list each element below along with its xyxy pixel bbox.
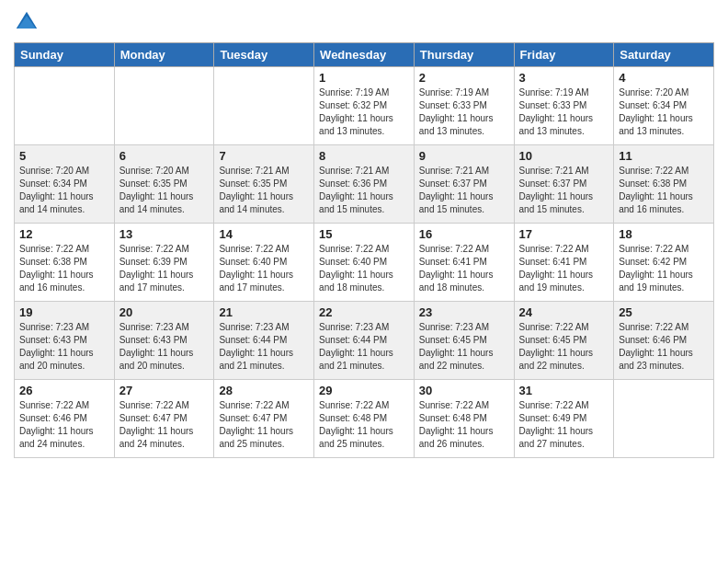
day-info: Sunrise: 7:22 AM Sunset: 6:48 PM Dayligh…: [319, 399, 409, 451]
day-number: 8: [319, 149, 409, 163]
day-header-friday: Friday: [514, 43, 614, 67]
calendar: SundayMondayTuesdayWednesdayThursdayFrid…: [14, 42, 714, 458]
day-info: Sunrise: 7:22 AM Sunset: 6:41 PM Dayligh…: [419, 243, 509, 294]
day-info: Sunrise: 7:23 AM Sunset: 6:43 PM Dayligh…: [19, 321, 109, 373]
day-header-saturday: Saturday: [614, 43, 714, 67]
day-info: Sunrise: 7:23 AM Sunset: 6:45 PM Dayligh…: [419, 321, 509, 373]
day-info: Sunrise: 7:22 AM Sunset: 6:47 PM Dayligh…: [219, 399, 309, 451]
calendar-cell: 13Sunrise: 7:22 AM Sunset: 6:39 PM Dayli…: [114, 224, 214, 302]
day-number: 25: [619, 305, 709, 319]
day-number: 18: [619, 227, 709, 241]
calendar-header-row: SundayMondayTuesdayWednesdayThursdayFrid…: [15, 43, 714, 67]
page: SundayMondayTuesdayWednesdayThursdayFrid…: [0, 0, 728, 563]
day-info: Sunrise: 7:22 AM Sunset: 6:46 PM Dayligh…: [619, 321, 709, 373]
logo-icon: [14, 9, 40, 35]
day-info: Sunrise: 7:22 AM Sunset: 6:39 PM Dayligh…: [119, 243, 210, 294]
day-info: Sunrise: 7:22 AM Sunset: 6:38 PM Dayligh…: [19, 243, 109, 294]
day-number: 19: [19, 305, 109, 319]
calendar-cell: 25Sunrise: 7:22 AM Sunset: 6:46 PM Dayli…: [614, 302, 714, 380]
day-info: Sunrise: 7:23 AM Sunset: 6:44 PM Dayligh…: [319, 321, 409, 373]
day-header-monday: Monday: [114, 43, 214, 67]
day-info: Sunrise: 7:22 AM Sunset: 6:41 PM Dayligh…: [519, 243, 609, 294]
day-info: Sunrise: 7:21 AM Sunset: 6:37 PM Dayligh…: [519, 165, 609, 216]
day-number: 10: [519, 149, 609, 163]
calendar-cell: 10Sunrise: 7:21 AM Sunset: 6:37 PM Dayli…: [514, 145, 614, 224]
calendar-cell: 30Sunrise: 7:22 AM Sunset: 6:48 PM Dayli…: [414, 380, 514, 458]
calendar-week-0: 1Sunrise: 7:19 AM Sunset: 6:32 PM Daylig…: [15, 67, 714, 145]
day-info: Sunrise: 7:22 AM Sunset: 6:38 PM Dayligh…: [619, 165, 709, 216]
day-header-tuesday: Tuesday: [214, 43, 314, 67]
calendar-week-1: 5Sunrise: 7:20 AM Sunset: 6:34 PM Daylig…: [15, 145, 714, 224]
calendar-cell: 31Sunrise: 7:22 AM Sunset: 6:49 PM Dayli…: [514, 380, 614, 458]
calendar-cell: 21Sunrise: 7:23 AM Sunset: 6:44 PM Dayli…: [214, 302, 314, 380]
calendar-cell: 28Sunrise: 7:22 AM Sunset: 6:47 PM Dayli…: [214, 380, 314, 458]
calendar-cell: 7Sunrise: 7:21 AM Sunset: 6:35 PM Daylig…: [214, 145, 314, 224]
day-number: 21: [219, 305, 309, 319]
calendar-cell: [214, 67, 314, 145]
calendar-cell: [614, 380, 714, 458]
day-info: Sunrise: 7:21 AM Sunset: 6:37 PM Dayligh…: [419, 165, 509, 216]
day-info: Sunrise: 7:22 AM Sunset: 6:40 PM Dayligh…: [219, 243, 309, 294]
day-number: 4: [619, 71, 709, 85]
day-number: 3: [519, 71, 609, 85]
calendar-cell: 22Sunrise: 7:23 AM Sunset: 6:44 PM Dayli…: [314, 302, 415, 380]
day-number: 20: [119, 305, 210, 319]
day-info: Sunrise: 7:22 AM Sunset: 6:46 PM Dayligh…: [19, 399, 109, 451]
calendar-week-4: 26Sunrise: 7:22 AM Sunset: 6:46 PM Dayli…: [15, 380, 714, 458]
calendar-cell: 12Sunrise: 7:22 AM Sunset: 6:38 PM Dayli…: [15, 224, 115, 302]
day-number: 2: [419, 71, 509, 85]
calendar-cell: 1Sunrise: 7:19 AM Sunset: 6:32 PM Daylig…: [314, 67, 415, 145]
day-info: Sunrise: 7:21 AM Sunset: 6:36 PM Dayligh…: [319, 165, 409, 216]
calendar-cell: 16Sunrise: 7:22 AM Sunset: 6:41 PM Dayli…: [414, 224, 514, 302]
day-info: Sunrise: 7:19 AM Sunset: 6:32 PM Dayligh…: [319, 86, 409, 138]
day-info: Sunrise: 7:21 AM Sunset: 6:35 PM Dayligh…: [219, 165, 309, 216]
day-info: Sunrise: 7:22 AM Sunset: 6:48 PM Dayligh…: [419, 399, 509, 451]
calendar-cell: 8Sunrise: 7:21 AM Sunset: 6:36 PM Daylig…: [314, 145, 415, 224]
day-number: 12: [19, 227, 109, 241]
day-header-thursday: Thursday: [414, 43, 514, 67]
calendar-cell: 19Sunrise: 7:23 AM Sunset: 6:43 PM Dayli…: [15, 302, 115, 380]
calendar-cell: 5Sunrise: 7:20 AM Sunset: 6:34 PM Daylig…: [15, 145, 115, 224]
day-info: Sunrise: 7:23 AM Sunset: 6:44 PM Dayligh…: [219, 321, 309, 373]
day-info: Sunrise: 7:22 AM Sunset: 6:40 PM Dayligh…: [319, 243, 409, 294]
day-info: Sunrise: 7:19 AM Sunset: 6:33 PM Dayligh…: [519, 86, 609, 138]
calendar-cell: [114, 67, 214, 145]
day-number: 6: [119, 149, 210, 163]
calendar-week-2: 12Sunrise: 7:22 AM Sunset: 6:38 PM Dayli…: [15, 224, 714, 302]
day-number: 28: [219, 384, 309, 397]
day-info: Sunrise: 7:23 AM Sunset: 6:43 PM Dayligh…: [119, 321, 210, 373]
calendar-week-3: 19Sunrise: 7:23 AM Sunset: 6:43 PM Dayli…: [15, 302, 714, 380]
calendar-cell: 20Sunrise: 7:23 AM Sunset: 6:43 PM Dayli…: [114, 302, 214, 380]
day-number: 11: [619, 149, 709, 163]
calendar-cell: 29Sunrise: 7:22 AM Sunset: 6:48 PM Dayli…: [314, 380, 415, 458]
calendar-cell: 3Sunrise: 7:19 AM Sunset: 6:33 PM Daylig…: [514, 67, 614, 145]
day-info: Sunrise: 7:22 AM Sunset: 6:49 PM Dayligh…: [519, 399, 609, 451]
day-number: 26: [19, 384, 109, 397]
day-number: 17: [519, 227, 609, 241]
calendar-cell: 15Sunrise: 7:22 AM Sunset: 6:40 PM Dayli…: [314, 224, 415, 302]
day-number: 14: [219, 227, 309, 241]
day-info: Sunrise: 7:20 AM Sunset: 6:34 PM Dayligh…: [19, 165, 109, 216]
calendar-cell: 9Sunrise: 7:21 AM Sunset: 6:37 PM Daylig…: [414, 145, 514, 224]
day-info: Sunrise: 7:20 AM Sunset: 6:35 PM Dayligh…: [119, 165, 210, 216]
day-info: Sunrise: 7:22 AM Sunset: 6:45 PM Dayligh…: [519, 321, 609, 373]
day-info: Sunrise: 7:19 AM Sunset: 6:33 PM Dayligh…: [419, 86, 509, 138]
logo: [14, 9, 43, 35]
calendar-cell: 24Sunrise: 7:22 AM Sunset: 6:45 PM Dayli…: [514, 302, 614, 380]
day-number: 16: [419, 227, 509, 241]
calendar-cell: 27Sunrise: 7:22 AM Sunset: 6:47 PM Dayli…: [114, 380, 214, 458]
calendar-cell: 2Sunrise: 7:19 AM Sunset: 6:33 PM Daylig…: [414, 67, 514, 145]
day-number: 24: [519, 305, 609, 319]
calendar-cell: 17Sunrise: 7:22 AM Sunset: 6:41 PM Dayli…: [514, 224, 614, 302]
day-number: 29: [319, 384, 409, 397]
day-info: Sunrise: 7:22 AM Sunset: 6:47 PM Dayligh…: [119, 399, 210, 451]
day-number: 31: [519, 384, 609, 397]
day-info: Sunrise: 7:20 AM Sunset: 6:34 PM Dayligh…: [619, 86, 709, 138]
day-number: 27: [119, 384, 210, 397]
day-info: Sunrise: 7:22 AM Sunset: 6:42 PM Dayligh…: [619, 243, 709, 294]
header: [14, 9, 714, 35]
calendar-cell: 11Sunrise: 7:22 AM Sunset: 6:38 PM Dayli…: [614, 145, 714, 224]
calendar-cell: 4Sunrise: 7:20 AM Sunset: 6:34 PM Daylig…: [614, 67, 714, 145]
calendar-cell: 18Sunrise: 7:22 AM Sunset: 6:42 PM Dayli…: [614, 224, 714, 302]
day-number: 5: [19, 149, 109, 163]
